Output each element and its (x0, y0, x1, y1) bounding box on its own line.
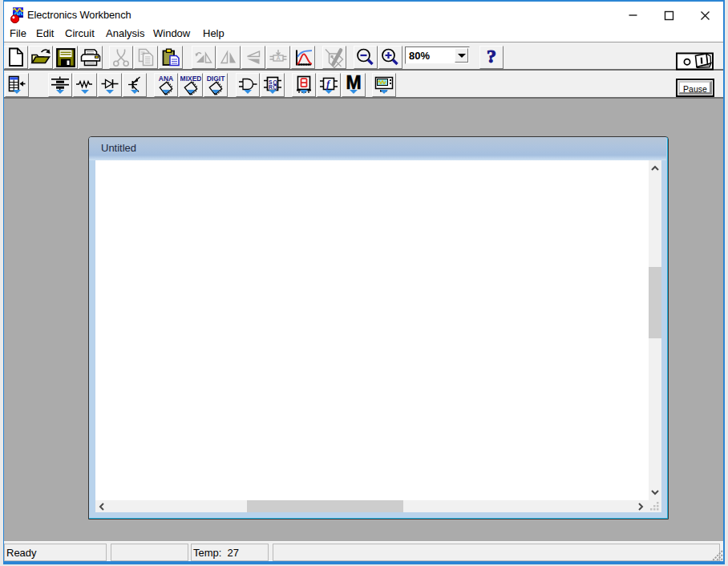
svg-text:MIXED: MIXED (180, 75, 201, 83)
svg-text:A: A (277, 55, 281, 61)
svg-text:ANA: ANA (159, 75, 173, 83)
svg-text:DIGIT: DIGIT (207, 75, 225, 83)
